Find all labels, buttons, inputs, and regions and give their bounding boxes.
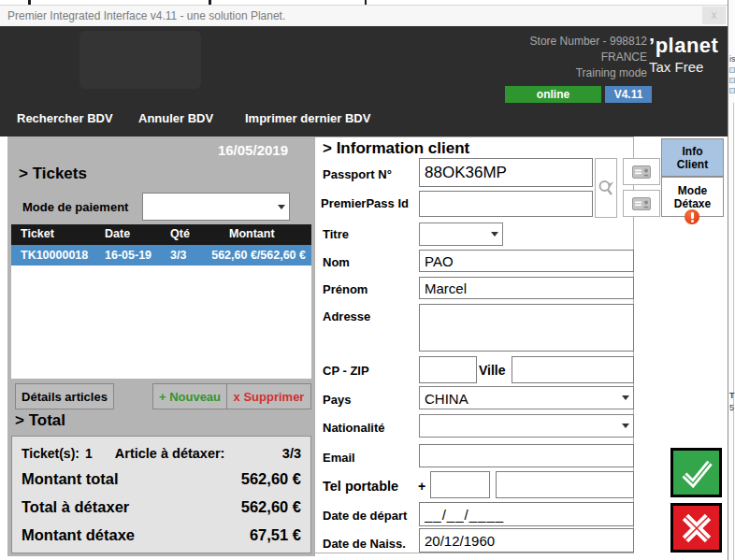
- background-window-artifact: [729, 78, 735, 83]
- nationalite-select[interactable]: [419, 414, 634, 438]
- adresse-textarea[interactable]: [419, 304, 634, 352]
- montant-detaxe-label: Montant détaxe: [22, 526, 135, 544]
- brand-name: planet: [656, 34, 719, 57]
- tel-portable-label: Tel portable: [323, 479, 398, 494]
- cell-ticket: TK10000018: [21, 249, 88, 262]
- tab-info-client[interactable]: Info Client: [661, 138, 724, 177]
- titre-select[interactable]: [419, 223, 503, 246]
- table-row[interactable]: TK10000018 16-05-19 3/3 562,60 €/562,60 …: [11, 245, 311, 266]
- confirm-button[interactable]: [670, 448, 722, 497]
- articles-value: 3/3: [282, 446, 301, 461]
- prenom-input[interactable]: [419, 277, 634, 299]
- tickets-table-header: Ticket Date Qté Montant: [11, 224, 311, 245]
- ville-label: Ville: [479, 363, 506, 378]
- tickets-heading: > Tickets: [19, 165, 87, 183]
- brand-logo: ’planet Tax Free: [649, 34, 724, 75]
- header-watermark: [79, 31, 201, 89]
- date-naissance-input[interactable]: [419, 528, 634, 553]
- cancel-button[interactable]: [670, 503, 722, 553]
- cross-icon: [679, 510, 714, 546]
- premierpass-input[interactable]: [419, 191, 593, 217]
- cell-montant: 562,60 €/562,60 €: [211, 249, 306, 262]
- date-depart-label: Date de départ: [323, 509, 407, 523]
- window-title: Premier Integrated Interface v4.11 - une…: [7, 9, 285, 22]
- tickets-count-value: 1: [85, 446, 93, 461]
- title-bar: Premier Integrated Interface v4.11 - une…: [0, 5, 728, 26]
- background-text-fragment: 5: [729, 403, 734, 412]
- prenom-label: Prénom: [323, 282, 368, 296]
- store-number: Store Number - 998812: [367, 34, 647, 50]
- close-icon[interactable]: x: [702, 7, 726, 24]
- tickets-panel: 16/05/2019 > Tickets Mode de paiement Ti…: [7, 136, 315, 556]
- cell-date: 16-05-19: [105, 249, 151, 262]
- col-header-qte[interactable]: Qté: [170, 227, 190, 240]
- date-naissance-label: Date de Naiss.: [323, 537, 406, 551]
- details-articles-button[interactable]: Détails articles: [15, 383, 114, 409]
- pays-select[interactable]: CHINA: [419, 386, 634, 409]
- email-input[interactable]: [419, 444, 634, 467]
- titre-label: Titre: [323, 227, 349, 241]
- store-info: Store Number - 998812 FRANCE Training mo…: [367, 34, 647, 81]
- cp-zip-label: CP - ZIP: [323, 364, 369, 378]
- nationalite-label: Nationalité: [323, 421, 384, 435]
- triangle-down-icon: [273, 194, 289, 220]
- total-heading: > Total: [15, 411, 65, 430]
- new-ticket-button[interactable]: + Nouveau: [152, 383, 227, 409]
- background-text-fragment: T: [729, 391, 735, 400]
- brand-mark: ’: [649, 34, 656, 57]
- nom-input[interactable]: [419, 250, 634, 272]
- client-info-heading: > Information client: [323, 139, 469, 158]
- menu-rechercher-bdv[interactable]: Rechercher BDV: [17, 111, 113, 125]
- cell-qte: 3/3: [170, 249, 186, 262]
- total-box: Ticket(s): 1 Article à détaxer: 3/3 Mont…: [11, 436, 311, 553]
- montant-total-label: Montant total: [22, 470, 119, 488]
- app-window: Premier Integrated Interface v4.11 - une…: [0, 0, 735, 560]
- triangle-down-icon: [617, 387, 633, 409]
- premierpass-label: PremierPass Id: [321, 196, 409, 210]
- current-date: 16/05/2019: [218, 142, 288, 158]
- delete-ticket-button[interactable]: x Supprimer: [226, 383, 311, 409]
- scan-button[interactable]: [595, 158, 617, 218]
- articles-label: Article à détaxer:: [115, 446, 225, 461]
- montant-detaxe-value: 67,51 €: [250, 526, 301, 544]
- payment-mode-select[interactable]: [142, 193, 290, 221]
- total-detaxer-label: Total à détaxer: [22, 498, 129, 516]
- menu-annuler-bdv[interactable]: Annuler BDV: [138, 111, 213, 125]
- status-badge-online: online: [505, 86, 601, 103]
- tickets-count-label: Ticket(s):: [22, 446, 79, 461]
- date-depart-input[interactable]: [419, 502, 634, 526]
- premierpass-card-button[interactable]: [623, 190, 660, 217]
- passport-label: Passport N°: [323, 167, 392, 181]
- app-header: Store Number - 998812 FRANCE Training mo…: [0, 26, 728, 136]
- id-card-icon: [632, 165, 651, 179]
- col-header-date[interactable]: Date: [105, 227, 130, 240]
- passport-card-button[interactable]: [623, 158, 660, 185]
- montant-total-value: 562,60 €: [241, 470, 301, 488]
- menu-imprimer-dernier-bdv[interactable]: Imprimer dernier BDV: [245, 111, 370, 125]
- ville-input[interactable]: [512, 356, 634, 383]
- email-label: Email: [323, 451, 355, 465]
- tel-number-input[interactable]: [496, 471, 634, 498]
- background-window-artifact: [729, 88, 735, 93]
- total-detaxer-value: 562,60 €: [241, 498, 301, 516]
- col-header-ticket[interactable]: Ticket: [21, 227, 54, 240]
- pays-label: Pays: [323, 393, 351, 407]
- exclamation-icon: [685, 209, 699, 224]
- background-text-fragment: is: [729, 54, 735, 64]
- id-card-icon: [632, 197, 651, 210]
- col-header-montant[interactable]: Montant: [229, 227, 275, 240]
- magnifier-arrow-icon: [598, 175, 614, 201]
- nom-label: Nom: [323, 255, 350, 269]
- store-country: FRANCE: [367, 50, 647, 65]
- passport-input[interactable]: [419, 158, 593, 187]
- cp-zip-input[interactable]: [419, 356, 477, 383]
- pays-value: CHINA: [425, 390, 468, 406]
- payment-mode-label: Mode de paiement: [22, 200, 128, 214]
- triangle-down-icon: [617, 415, 633, 437]
- triangle-down-icon: [486, 223, 502, 245]
- tel-prefix: +: [418, 479, 425, 494]
- brand-subtitle: Tax Free: [649, 59, 724, 75]
- background-window-strip: is T 5: [728, 0, 735, 560]
- check-icon: [678, 454, 715, 492]
- tel-country-code-input[interactable]: [430, 471, 490, 498]
